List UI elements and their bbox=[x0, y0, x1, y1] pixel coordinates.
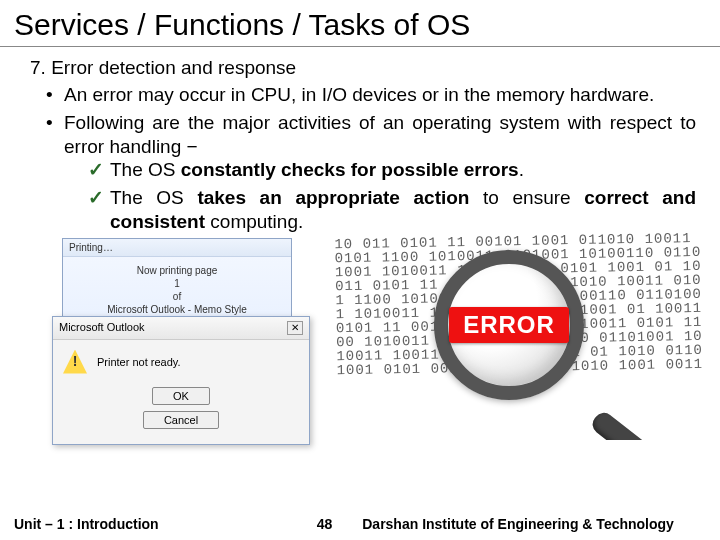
footer-page-number: 48 bbox=[317, 516, 333, 532]
close-icon[interactable]: ✕ bbox=[287, 321, 303, 335]
printing-line-2: 1 bbox=[71, 278, 283, 289]
item-heading: Error detection and response bbox=[51, 57, 296, 78]
printing-line-4: Microsoft Outlook - Memo Style bbox=[71, 304, 283, 315]
magnifier-icon: ERROR bbox=[434, 250, 624, 440]
warning-icon bbox=[63, 350, 87, 374]
outlook-error-dialog: Microsoft Outlook ✕ Printer not ready. O… bbox=[52, 316, 310, 445]
bullet-1: An error may occur in CPU, in I/O device… bbox=[46, 83, 696, 107]
item-number: 7. bbox=[30, 57, 46, 78]
check-1: The OS constantly checks for possible er… bbox=[88, 158, 696, 182]
footer-institute: Darshan Institute of Engineering & Techn… bbox=[362, 516, 706, 532]
numbered-item: 7. Error detection and response bbox=[24, 57, 696, 79]
error-badge: ERROR bbox=[449, 307, 569, 343]
outlook-dialog-title: Microsoft Outlook bbox=[59, 321, 145, 335]
printing-line-3: of bbox=[71, 291, 283, 302]
slide-footer: Unit – 1 : Introduction 48 Darshan Insti… bbox=[0, 510, 720, 540]
printing-dialog: Printing… Now printing page 1 of Microso… bbox=[62, 238, 292, 328]
check-2: The OS takes an appropriate action to en… bbox=[88, 186, 696, 234]
illustration-area: Printing… Now printing page 1 of Microso… bbox=[24, 238, 696, 438]
footer-unit: Unit – 1 : Introduction bbox=[14, 516, 159, 532]
ok-button[interactable]: OK bbox=[152, 387, 210, 405]
outlook-error-message: Printer not ready. bbox=[97, 356, 181, 368]
bullet-2: Following are the major activities of an… bbox=[46, 111, 696, 234]
slide-body: 7. Error detection and response An error… bbox=[0, 57, 720, 438]
cancel-button[interactable]: Cancel bbox=[143, 411, 219, 429]
printing-line-1: Now printing page bbox=[71, 265, 283, 276]
error-magnifier-graphic: 10 011 0101 11 00101 1001 011010 10011 0… bbox=[334, 232, 714, 440]
printing-dialog-title: Printing… bbox=[69, 242, 113, 253]
slide-title: Services / Functions / Tasks of OS bbox=[0, 0, 720, 47]
